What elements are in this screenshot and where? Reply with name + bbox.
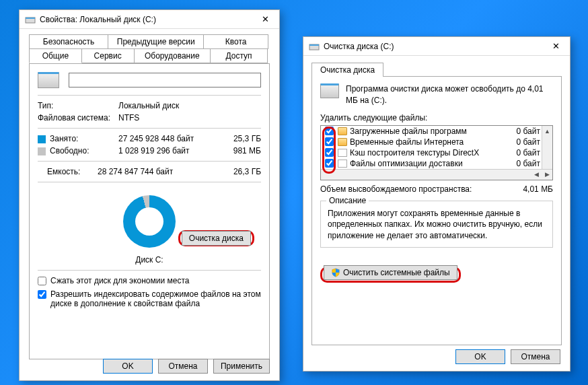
- capacity-gb: 26,3 ГБ: [221, 167, 261, 176]
- file-list-item[interactable]: Временные файлы Интернета0 байт: [321, 137, 552, 147]
- free-color-swatch: [38, 147, 46, 155]
- scroll-right-arrow[interactable]: ▶: [542, 170, 552, 180]
- scroll-up-arrow[interactable]: ▲: [542, 126, 552, 137]
- index-label: Разрешить индексировать содержимое файло…: [50, 289, 261, 308]
- file-list-item[interactable]: Загруженные файлы программ0 байт: [321, 126, 552, 137]
- svg-rect-1: [26, 18, 35, 19]
- file-checkbox[interactable]: [325, 148, 334, 157]
- disk-cleanup-window: Очистка диска (C:) ✕ Очистка диска Прогр…: [303, 36, 571, 372]
- tab-general[interactable]: Общие: [29, 48, 82, 63]
- index-checkbox[interactable]: [38, 290, 46, 299]
- shield-icon: [331, 268, 340, 277]
- file-list-item[interactable]: Кэш построителя текстуры DirectX0 байт: [321, 147, 552, 158]
- description-text: Приложения могут сохранять временные дан…: [328, 208, 546, 242]
- file-checkbox[interactable]: [325, 127, 334, 135]
- tab-tools[interactable]: Сервис: [81, 48, 135, 63]
- type-label: Тип:: [38, 101, 118, 110]
- file-list-item[interactable]: Файлы оптимизации доставки0 байт: [321, 158, 552, 169]
- tab-body-general: Тип:Локальный диск Файловая система:NTFS…: [29, 63, 270, 359]
- capacity-label: Емкость:: [47, 167, 98, 176]
- file-checkbox[interactable]: [325, 159, 334, 168]
- clean-system-files-button[interactable]: Очистить системные файлы: [324, 265, 457, 280]
- svg-rect-3: [309, 44, 319, 46]
- used-label: Занято:: [50, 134, 78, 143]
- fs-label: Файловая система:: [38, 113, 118, 123]
- cancel-button[interactable]: Отмена: [511, 349, 560, 364]
- cleanup-tab-body: Программа очистки диска может освободить…: [311, 76, 562, 345]
- cleanup-icon: [309, 41, 320, 52]
- compress-checkbox[interactable]: [38, 277, 46, 285]
- drive-info-icon: [320, 83, 339, 98]
- used-bytes: 27 245 928 448 байт: [118, 134, 221, 143]
- tab-sharing[interactable]: Доступ: [210, 48, 268, 63]
- compress-label: Сжать этот диск для экономии места: [50, 276, 189, 285]
- folder-icon: [338, 127, 347, 135]
- used-color-swatch: [38, 135, 46, 143]
- vertical-scrollbar[interactable]: ▲: [542, 126, 552, 169]
- tab-cleanup[interactable]: Очистка диска: [311, 63, 383, 77]
- tab-quota[interactable]: Квота: [203, 34, 268, 49]
- tab-hardware[interactable]: Оборудование: [134, 48, 211, 63]
- window-title: Очистка диска (C:): [324, 42, 544, 51]
- ok-button[interactable]: OK: [455, 349, 505, 364]
- close-button[interactable]: ✕: [544, 38, 567, 55]
- file-list: Загруженные файлы программ0 байт Временн…: [320, 125, 553, 180]
- properties-window: Свойства: Локальный диск (C:) ✕ Безопасн…: [19, 9, 280, 381]
- ok-button[interactable]: OK: [103, 359, 153, 374]
- cancel-button[interactable]: Отмена: [158, 359, 208, 374]
- tab-row-2: Общие Сервис Оборудование Доступ: [29, 48, 270, 63]
- free-label: Свободно:: [50, 146, 89, 155]
- window-title: Свойства: Локальный диск (C:): [40, 15, 254, 24]
- free-bytes: 1 028 919 296 байт: [118, 146, 221, 155]
- close-button[interactable]: ✕: [254, 11, 277, 28]
- info-text: Программа очистки диска может освободить…: [346, 83, 553, 106]
- type-value: Локальный диск: [118, 101, 261, 110]
- capacity-bytes: 28 274 847 744 байт: [98, 167, 221, 176]
- used-gb: 25,3 ГБ: [221, 134, 261, 143]
- description-group: Описание Приложения могут сохранять врем…: [320, 201, 553, 248]
- fs-value: NTFS: [118, 113, 261, 123]
- free-gb: 981 МБ: [221, 146, 261, 155]
- file-icon: [338, 149, 347, 157]
- disk-cleanup-button[interactable]: Очистка диска: [182, 231, 251, 246]
- scroll-left-arrow[interactable]: ◀: [531, 170, 542, 180]
- usage-pie-chart: [123, 195, 176, 248]
- file-icon: [338, 160, 347, 168]
- apply-button[interactable]: Применить: [213, 359, 270, 374]
- folder-icon: [338, 138, 347, 146]
- tab-security[interactable]: Безопасность: [29, 34, 108, 49]
- description-title: Описание: [326, 196, 369, 205]
- highlight-annotation: Очистка диска: [178, 230, 254, 246]
- drive-icon: [25, 14, 36, 25]
- tab-row-1: Безопасность Предыдущие версии Квота: [29, 34, 270, 48]
- file-list-label: Удалить следующие файлы:: [320, 113, 553, 123]
- tab-previous-versions[interactable]: Предыдущие версии: [108, 34, 204, 49]
- horizontal-scrollbar[interactable]: ◀▶: [321, 169, 552, 180]
- titlebar[interactable]: Очистка диска (C:) ✕: [303, 37, 570, 56]
- titlebar[interactable]: Свойства: Локальный диск (C:) ✕: [20, 10, 279, 29]
- drive-label-input[interactable]: [69, 73, 261, 88]
- highlight-annotation: Очистить системные файлы: [320, 267, 461, 283]
- freed-value: 4,01 МБ: [523, 184, 553, 194]
- freed-label: Объем высвобождаемого пространства:: [320, 184, 523, 194]
- disk-caption: Диск C:: [38, 255, 261, 265]
- drive-large-icon: [38, 72, 59, 88]
- file-checkbox[interactable]: [325, 137, 334, 146]
